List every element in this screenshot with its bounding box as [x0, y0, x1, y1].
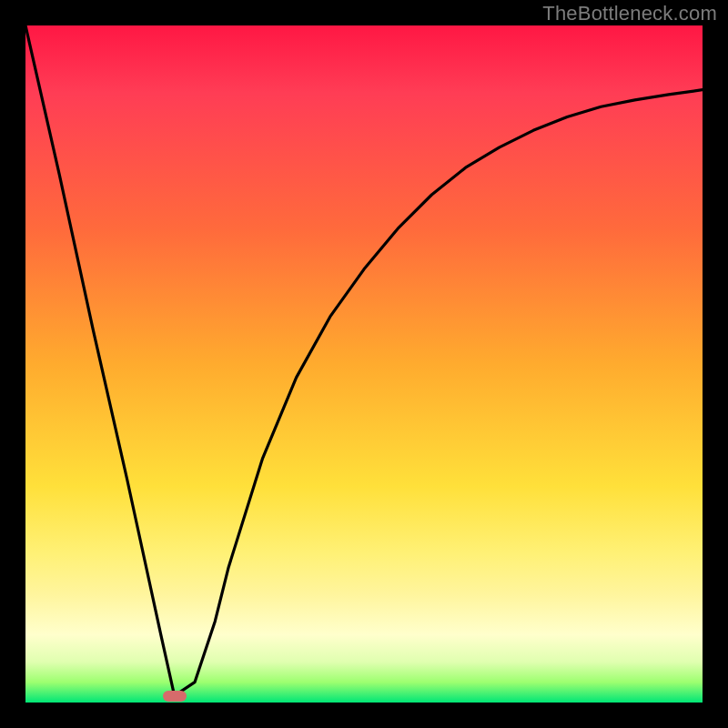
bottleneck-marker — [163, 691, 187, 702]
bottleneck-curve — [25, 25, 703, 703]
attribution-text: TheBottleneck.com — [542, 2, 717, 25]
curve-polyline — [25, 25, 703, 696]
chart-frame: TheBottleneck.com — [0, 0, 728, 728]
plot-area — [25, 25, 703, 703]
